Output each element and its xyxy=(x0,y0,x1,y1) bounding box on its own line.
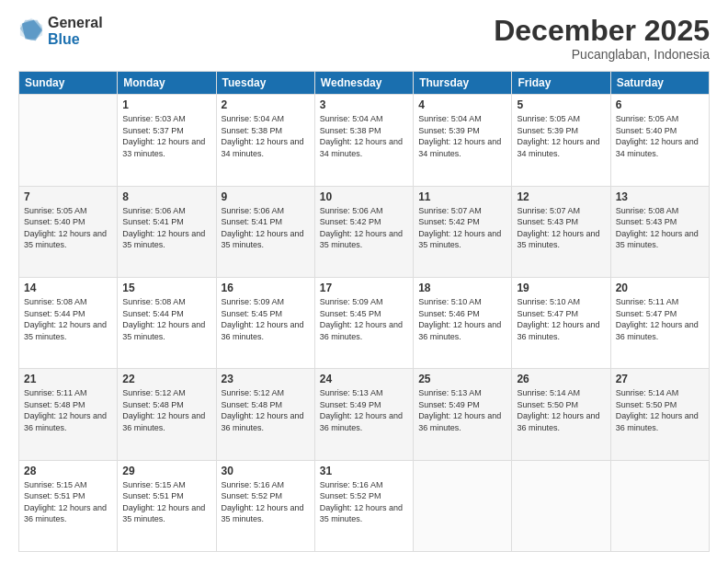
table-row: 5Sunrise: 5:05 AM Sunset: 5:39 PM Daylig… xyxy=(512,95,610,186)
day-info: Sunrise: 5:14 AM Sunset: 5:50 PM Dayligh… xyxy=(517,387,605,433)
day-info: Sunrise: 5:05 AM Sunset: 5:39 PM Dayligh… xyxy=(517,113,605,159)
th-thursday: Thursday xyxy=(414,72,512,95)
day-number: 18 xyxy=(418,282,506,294)
table-row: 11Sunrise: 5:07 AM Sunset: 5:42 PM Dayli… xyxy=(414,186,512,277)
table-row: 18Sunrise: 5:10 AM Sunset: 5:46 PM Dayli… xyxy=(414,277,512,368)
th-wednesday: Wednesday xyxy=(314,72,413,95)
table-row: 28Sunrise: 5:15 AM Sunset: 5:51 PM Dayli… xyxy=(19,460,118,551)
table-row: 10Sunrise: 5:06 AM Sunset: 5:42 PM Dayli… xyxy=(314,186,413,277)
day-number: 26 xyxy=(517,373,605,385)
logo-icon xyxy=(18,17,44,42)
day-number: 29 xyxy=(122,465,210,477)
table-row: 14Sunrise: 5:08 AM Sunset: 5:44 PM Dayli… xyxy=(19,277,118,368)
table-row: 16Sunrise: 5:09 AM Sunset: 5:45 PM Dayli… xyxy=(216,277,314,368)
day-info: Sunrise: 5:09 AM Sunset: 5:45 PM Dayligh… xyxy=(320,296,408,342)
th-saturday: Saturday xyxy=(610,72,709,95)
calendar-week-row: 7Sunrise: 5:05 AM Sunset: 5:40 PM Daylig… xyxy=(19,186,710,277)
header: General Blue December 2025 Pucanglaban, … xyxy=(18,15,710,62)
th-friday: Friday xyxy=(512,72,610,95)
day-number: 15 xyxy=(122,282,210,294)
day-info: Sunrise: 5:03 AM Sunset: 5:37 PM Dayligh… xyxy=(122,113,210,159)
day-number: 7 xyxy=(24,190,112,203)
logo: General Blue xyxy=(18,15,103,47)
logo-general-text: General xyxy=(48,15,103,31)
calendar-week-row: 28Sunrise: 5:15 AM Sunset: 5:51 PM Dayli… xyxy=(19,460,710,551)
day-number: 9 xyxy=(222,190,310,203)
calendar-header-row: Sunday Monday Tuesday Wednesday Thursday… xyxy=(19,72,710,95)
day-info: Sunrise: 5:06 AM Sunset: 5:41 PM Dayligh… xyxy=(222,205,310,251)
table-row: 8Sunrise: 5:06 AM Sunset: 5:41 PM Daylig… xyxy=(118,186,216,277)
table-row: 15Sunrise: 5:08 AM Sunset: 5:44 PM Dayli… xyxy=(118,277,216,368)
day-info: Sunrise: 5:13 AM Sunset: 5:49 PM Dayligh… xyxy=(320,387,408,433)
day-info: Sunrise: 5:04 AM Sunset: 5:38 PM Dayligh… xyxy=(222,113,310,159)
table-row: 6Sunrise: 5:05 AM Sunset: 5:40 PM Daylig… xyxy=(610,95,709,186)
th-monday: Monday xyxy=(118,72,216,95)
day-number: 10 xyxy=(320,190,408,203)
table-row: 29Sunrise: 5:15 AM Sunset: 5:51 PM Dayli… xyxy=(118,460,216,551)
day-number: 5 xyxy=(517,98,605,111)
th-tuesday: Tuesday xyxy=(216,72,314,95)
day-info: Sunrise: 5:07 AM Sunset: 5:43 PM Dayligh… xyxy=(517,205,605,251)
day-number: 6 xyxy=(616,98,704,111)
day-number: 31 xyxy=(320,465,408,477)
day-number: 25 xyxy=(418,373,506,385)
day-info: Sunrise: 5:15 AM Sunset: 5:51 PM Dayligh… xyxy=(122,479,210,525)
day-number: 3 xyxy=(320,98,408,111)
day-info: Sunrise: 5:07 AM Sunset: 5:42 PM Dayligh… xyxy=(418,205,506,251)
day-number: 16 xyxy=(222,282,310,294)
day-number: 21 xyxy=(24,373,112,385)
day-info: Sunrise: 5:12 AM Sunset: 5:48 PM Dayligh… xyxy=(222,387,310,433)
day-number: 22 xyxy=(122,373,210,385)
table-row: 23Sunrise: 5:12 AM Sunset: 5:48 PM Dayli… xyxy=(216,369,314,460)
day-number: 23 xyxy=(222,373,310,385)
day-number: 1 xyxy=(122,98,210,111)
calendar-week-row: 1Sunrise: 5:03 AM Sunset: 5:37 PM Daylig… xyxy=(19,95,710,186)
table-row: 3Sunrise: 5:04 AM Sunset: 5:38 PM Daylig… xyxy=(314,95,413,186)
table-row: 21Sunrise: 5:11 AM Sunset: 5:48 PM Dayli… xyxy=(19,369,118,460)
day-info: Sunrise: 5:16 AM Sunset: 5:52 PM Dayligh… xyxy=(320,479,408,525)
day-number: 19 xyxy=(517,282,605,294)
day-info: Sunrise: 5:08 AM Sunset: 5:44 PM Dayligh… xyxy=(24,296,112,342)
day-info: Sunrise: 5:08 AM Sunset: 5:43 PM Dayligh… xyxy=(616,205,704,251)
location-subtitle: Pucanglaban, Indonesia xyxy=(494,47,710,62)
day-number: 2 xyxy=(222,98,310,111)
calendar-week-row: 14Sunrise: 5:08 AM Sunset: 5:44 PM Dayli… xyxy=(19,277,710,368)
title-block: December 2025 Pucanglaban, Indonesia xyxy=(494,15,710,62)
table-row: 4Sunrise: 5:04 AM Sunset: 5:39 PM Daylig… xyxy=(414,95,512,186)
day-info: Sunrise: 5:06 AM Sunset: 5:41 PM Dayligh… xyxy=(122,205,210,251)
day-number: 17 xyxy=(320,282,408,294)
day-number: 20 xyxy=(616,282,704,294)
day-info: Sunrise: 5:09 AM Sunset: 5:45 PM Dayligh… xyxy=(222,296,310,342)
table-row: 17Sunrise: 5:09 AM Sunset: 5:45 PM Dayli… xyxy=(314,277,413,368)
table-row: 19Sunrise: 5:10 AM Sunset: 5:47 PM Dayli… xyxy=(512,277,610,368)
day-number: 13 xyxy=(616,190,704,203)
table-row: 27Sunrise: 5:14 AM Sunset: 5:50 PM Dayli… xyxy=(610,369,709,460)
logo-blue-text: Blue xyxy=(48,31,103,48)
day-info: Sunrise: 5:05 AM Sunset: 5:40 PM Dayligh… xyxy=(616,113,704,159)
day-number: 30 xyxy=(222,465,310,477)
th-sunday: Sunday xyxy=(19,72,118,95)
day-info: Sunrise: 5:14 AM Sunset: 5:50 PM Dayligh… xyxy=(616,387,704,433)
day-number: 27 xyxy=(616,373,704,385)
day-info: Sunrise: 5:04 AM Sunset: 5:39 PM Dayligh… xyxy=(418,113,506,159)
calendar-week-row: 21Sunrise: 5:11 AM Sunset: 5:48 PM Dayli… xyxy=(19,369,710,460)
day-number: 11 xyxy=(418,190,506,203)
table-row: 24Sunrise: 5:13 AM Sunset: 5:49 PM Dayli… xyxy=(314,369,413,460)
table-row: 26Sunrise: 5:14 AM Sunset: 5:50 PM Dayli… xyxy=(512,369,610,460)
table-row xyxy=(610,460,709,551)
day-info: Sunrise: 5:06 AM Sunset: 5:42 PM Dayligh… xyxy=(320,205,408,251)
day-info: Sunrise: 5:13 AM Sunset: 5:49 PM Dayligh… xyxy=(418,387,506,433)
table-row: 9Sunrise: 5:06 AM Sunset: 5:41 PM Daylig… xyxy=(216,186,314,277)
day-info: Sunrise: 5:04 AM Sunset: 5:38 PM Dayligh… xyxy=(320,113,408,159)
day-number: 8 xyxy=(122,190,210,203)
table-row: 13Sunrise: 5:08 AM Sunset: 5:43 PM Dayli… xyxy=(610,186,709,277)
day-number: 28 xyxy=(24,465,112,477)
page: General Blue December 2025 Pucanglaban, … xyxy=(0,0,728,563)
day-info: Sunrise: 5:11 AM Sunset: 5:47 PM Dayligh… xyxy=(616,296,704,342)
calendar-table: Sunday Monday Tuesday Wednesday Thursday… xyxy=(18,71,710,552)
table-row: 20Sunrise: 5:11 AM Sunset: 5:47 PM Dayli… xyxy=(610,277,709,368)
day-info: Sunrise: 5:10 AM Sunset: 5:46 PM Dayligh… xyxy=(418,296,506,342)
day-info: Sunrise: 5:10 AM Sunset: 5:47 PM Dayligh… xyxy=(517,296,605,342)
day-info: Sunrise: 5:05 AM Sunset: 5:40 PM Dayligh… xyxy=(24,205,112,251)
table-row: 1Sunrise: 5:03 AM Sunset: 5:37 PM Daylig… xyxy=(118,95,216,186)
